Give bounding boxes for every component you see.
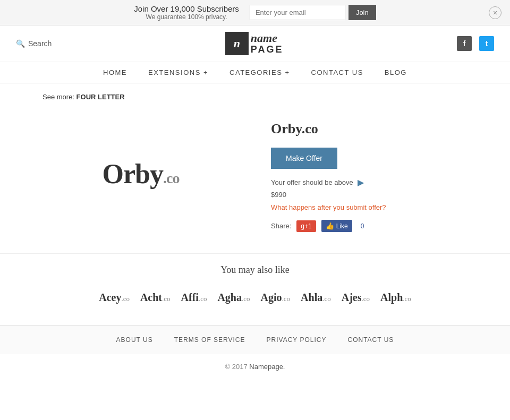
- offer-price: $990: [271, 191, 468, 199]
- copyright-text: © 2017: [225, 363, 248, 371]
- top-banner: Join Over 19,000 Subscribers We guarante…: [0, 0, 510, 25]
- domain-card-tld: .co: [403, 295, 411, 303]
- domain-card-name: Ajes: [342, 292, 362, 303]
- share-label: Share:: [271, 222, 291, 230]
- domain-card[interactable]: Acey.co: [99, 292, 130, 304]
- share-row: Share: g+1 👍 Like 0: [271, 220, 468, 232]
- domain-logo-area: Orby.co: [42, 116, 239, 232]
- footer-link-about[interactable]: ABOUT US: [116, 336, 153, 344]
- main-nav: HOMEEXTENSIONS +CATEGORIES +CONTACT USBL…: [0, 62, 510, 83]
- gplus-label: g+1: [301, 222, 311, 230]
- domain-card-name: Alph: [380, 292, 403, 303]
- nav-item-blog[interactable]: BLOG: [385, 68, 407, 76]
- offer-faq-link[interactable]: What happens after you submit offer?: [271, 203, 386, 211]
- footer-link-terms[interactable]: TERMS OF SERVICE: [174, 336, 245, 344]
- search-label: Search: [28, 39, 52, 48]
- logo-text: name PAGE: [251, 32, 284, 55]
- domain-card-name: Ahla: [301, 292, 322, 303]
- domain-card-name: Acey: [99, 292, 121, 303]
- offer-info-text: Your offer should be above: [271, 178, 353, 186]
- domain-logo-tld: .co: [163, 170, 179, 186]
- banner-subline: We guarantee 100% privacy.: [134, 13, 239, 21]
- banner-text: Join Over 19,000 Subscribers We guarante…: [134, 4, 239, 21]
- domain-detail: Orby.co Make Offer Your offer should be …: [271, 116, 468, 232]
- twitter-icon[interactable]: t: [479, 36, 494, 51]
- domain-card[interactable]: Alph.co: [380, 292, 411, 304]
- gplus-button[interactable]: g+1: [296, 220, 316, 232]
- domain-title: Orby.co: [271, 121, 468, 137]
- domain-card[interactable]: Ajes.co: [342, 292, 370, 304]
- footer-copyright: © 2017 Namepage.: [0, 354, 510, 383]
- domain-card-name: Acht: [140, 292, 162, 303]
- fb-count: 0: [358, 221, 368, 231]
- fb-like-label: Like: [336, 222, 348, 230]
- fb-thumb-icon: 👍: [326, 222, 334, 230]
- search-area[interactable]: 🔍 Search: [16, 39, 52, 48]
- domain-card[interactable]: Ahla.co: [301, 292, 331, 304]
- domain-card-name: Affi: [181, 292, 199, 303]
- logo[interactable]: n name PAGE: [225, 32, 284, 55]
- make-offer-button[interactable]: Make Offer: [271, 148, 337, 169]
- footer-link-privacy[interactable]: PRIVACY POLICY: [267, 336, 327, 344]
- domain-card-tld: .co: [282, 295, 291, 303]
- domain-card-name: Agio: [261, 292, 282, 303]
- nav-item-home[interactable]: HOME: [103, 68, 127, 76]
- facebook-like-button[interactable]: 👍 Like: [321, 220, 352, 232]
- domain-card[interactable]: Acht.co: [140, 292, 171, 304]
- domain-card-tld: .co: [199, 295, 207, 303]
- domain-card-tld: .co: [361, 295, 370, 303]
- email-input[interactable]: [250, 5, 345, 20]
- footer-links: ABOUT USTERMS OF SERVICEPRIVACY POLICYCO…: [0, 325, 510, 354]
- domain-card[interactable]: Agha.co: [217, 292, 250, 304]
- domain-logo-name: Orby: [103, 159, 163, 189]
- banner-headline: Join Over 19,000 Subscribers: [134, 4, 239, 13]
- domain-card-name: Agha: [217, 292, 242, 303]
- facebook-icon[interactable]: f: [457, 36, 472, 51]
- nav-item-contact[interactable]: CONTACT US: [311, 68, 363, 76]
- header: 🔍 Search n name PAGE f t: [0, 25, 510, 62]
- domain-card-tld: .co: [121, 295, 130, 303]
- domain-card-tld: .co: [162, 295, 171, 303]
- domain-card[interactable]: Affi.co: [181, 292, 207, 304]
- domain-card-tld: .co: [322, 295, 331, 303]
- offer-arrow-icon: ▶: [358, 177, 364, 187]
- main-content: Orby.co Orby.co Make Offer Your offer sh…: [0, 105, 510, 253]
- breadcrumb: See more: FOUR LETTER: [0, 83, 510, 105]
- offer-info: Your offer should be above ▶: [271, 177, 468, 187]
- also-like-title: You may also like: [42, 264, 468, 276]
- breadcrumb-prefix: See more:: [42, 93, 74, 101]
- nav-item-categories[interactable]: CATEGORIES +: [230, 68, 290, 76]
- banner-form: Join: [250, 5, 376, 20]
- logo-icon: n: [225, 32, 249, 55]
- domain-card[interactable]: Agio.co: [261, 292, 291, 304]
- nav-item-extensions[interactable]: EXTENSIONS +: [148, 68, 208, 76]
- copyright-link[interactable]: Namepage.: [249, 363, 285, 371]
- footer-link-contact[interactable]: CONTACT US: [347, 336, 394, 344]
- also-like-section: You may also like Acey.coAcht.coAffi.coA…: [0, 253, 510, 325]
- domain-grid: Acey.coAcht.coAffi.coAgha.coAgio.coAhla.…: [42, 292, 468, 304]
- join-button[interactable]: Join: [348, 5, 376, 20]
- domain-card-tld: .co: [242, 295, 250, 303]
- social-links: f t: [457, 36, 494, 51]
- search-icon: 🔍: [16, 39, 25, 48]
- close-button[interactable]: ×: [489, 6, 502, 19]
- domain-logo-display: Orby.co: [103, 158, 180, 190]
- breadcrumb-label[interactable]: FOUR LETTER: [76, 93, 125, 101]
